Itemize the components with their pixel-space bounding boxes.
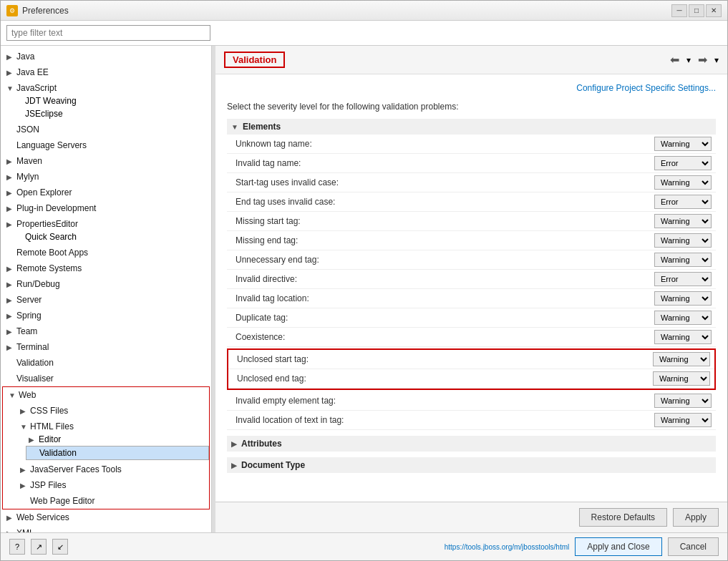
severity-select[interactable]: Ignore Warning Error	[654, 253, 712, 267]
severity-select[interactable]: Ignore Warning Error	[654, 195, 712, 209]
row-label: Invalid directive:	[236, 274, 654, 284]
sidebar-item-jseclipse[interactable]: JSEclipse	[12, 107, 211, 120]
main-content: ▶ Java ▶ Java EE ▼ JavaScript	[1, 21, 727, 532]
minimize-button[interactable]: ─	[671, 4, 687, 17]
validation-row: Invalid location of text in tag: Ignore …	[227, 411, 716, 430]
sidebar-item-xml[interactable]: ▶ XML	[1, 525, 211, 532]
import-button[interactable]: ↙	[52, 539, 68, 555]
severity-select-container: Ignore Warning Error	[654, 330, 712, 344]
severity-select-container: Ignore Warning Error	[654, 394, 712, 408]
attributes-section: ▶ Attributes	[227, 436, 716, 452]
row-label: Missing start tag:	[236, 216, 654, 226]
sidebar-item-javascript[interactable]: ▼ JavaScript JDT Weaving JSEclipse	[1, 80, 211, 122]
sidebar-item-server[interactable]: ▶ Server	[1, 292, 211, 308]
validation-row: Duplicate tag: Ignore Warning Error	[227, 308, 716, 328]
apply-button[interactable]: Apply	[673, 508, 719, 527]
sidebar-item-jdt-weaving[interactable]: JDT Weaving	[12, 94, 211, 107]
sidebar-item-team[interactable]: ▶ Team	[1, 323, 211, 339]
validation-row: Missing start tag: Ignore Warning Error	[227, 212, 716, 231]
sidebar-item-web-page-editor[interactable]: Web Page Editor	[14, 493, 209, 509]
export-button[interactable]: ↗	[31, 539, 47, 555]
severity-select[interactable]: Ignore Warning Error	[654, 413, 712, 427]
sidebar-item-mylyn[interactable]: ▶ Mylyn	[1, 169, 211, 185]
sidebar-item-web[interactable]: ▼ Web	[3, 387, 209, 403]
severity-select-container: Ignore Warning Error	[654, 253, 712, 267]
validation-row: Invalid empty element tag: Ignore Warnin…	[227, 391, 716, 411]
sidebar-item-html-files[interactable]: ▼ HTML Files ▶ Editor Validat	[14, 419, 209, 462]
sidebar-label: Editor	[39, 434, 61, 444]
configure-project-link[interactable]: Configure Project Specific Settings...	[576, 83, 716, 93]
sidebar-item-properties-editor[interactable]: ▶ PropertiesEditor Quick Search	[1, 216, 211, 245]
sidebar-label: CSS Files	[30, 406, 68, 416]
cancel-button[interactable]: Cancel	[668, 537, 719, 556]
sidebar-item-language-servers[interactable]: Language Servers	[1, 137, 211, 153]
row-label: End tag uses invalid case:	[236, 197, 654, 207]
preferences-window: ⚙ Preferences ─ □ ✕ ▶ Java	[0, 0, 728, 561]
sidebar-item-jsf-tools[interactable]: ▶ JavaServer Faces Tools	[14, 462, 209, 477]
sidebar-item-remote-systems[interactable]: ▶ Remote Systems	[1, 260, 211, 276]
sidebar-item-plugin-development[interactable]: ▶ Plug-in Development	[1, 200, 211, 216]
severity-select-container: Ignore Warning Error	[654, 137, 712, 151]
back-button[interactable]: ⬅	[666, 52, 684, 68]
search-input[interactable]	[6, 25, 210, 41]
close-button[interactable]: ✕	[706, 4, 722, 17]
right-panel: Validation ⬅ ▾ ➡ ▾ Configure Project Spe…	[215, 46, 727, 532]
maximize-button[interactable]: □	[689, 4, 704, 17]
sidebar-item-editor[interactable]: ▶ Editor	[26, 433, 209, 446]
sidebar-item-validation-sub[interactable]: Validation	[26, 446, 209, 460]
panel-title: Validation	[224, 52, 285, 68]
severity-select[interactable]: Ignore Warning Error	[654, 311, 712, 325]
apply-and-close-button[interactable]: Apply and Close	[575, 537, 661, 556]
severity-select[interactable]: Ignore Warning Error	[654, 214, 712, 228]
search-bar	[1, 21, 727, 46]
severity-select[interactable]: Ignore Warning Error	[654, 394, 712, 408]
row-label: Unknown tag name:	[236, 139, 654, 149]
sidebar-item-validation[interactable]: Validation	[1, 355, 211, 371]
sidebar-item-visualiser[interactable]: Visualiser	[1, 371, 211, 386]
expand-icon: ▶	[6, 69, 15, 77]
sidebar-item-jsp-files[interactable]: ▶ JSP Files	[14, 477, 209, 493]
restore-defaults-button[interactable]: Restore Defaults	[579, 508, 667, 527]
section-toggle-icon: ▶	[231, 440, 237, 448]
forward-button[interactable]: ➡	[694, 52, 712, 68]
expand-icon: ▶	[6, 53, 15, 61]
sidebar-item-maven[interactable]: ▶ Maven	[1, 153, 211, 169]
spacer-icon	[6, 359, 15, 367]
severity-select[interactable]: Ignore Warning Error	[654, 137, 712, 151]
sidebar-item-web-services[interactable]: ▶ Web Services	[1, 509, 211, 525]
elements-section-header[interactable]: ▼ Elements	[227, 119, 716, 135]
sidebar-label: Validation	[39, 448, 77, 458]
sidebar-label: Java EE	[16, 67, 49, 77]
help-button[interactable]: ?	[9, 539, 25, 555]
sidebar-item-spring[interactable]: ▶ Spring	[1, 308, 211, 323]
sidebar-item-java-ee[interactable]: ▶ Java EE	[1, 64, 211, 80]
sidebar-item-json[interactable]: JSON	[1, 122, 211, 137]
nav-separator: ▾	[686, 55, 691, 65]
severity-select[interactable]: Ignore Warning Error	[654, 175, 712, 190]
document-type-section-header[interactable]: ▶ Document Type	[227, 457, 716, 473]
severity-select[interactable]: Ignore Warning Error	[654, 291, 712, 306]
severity-select[interactable]: Ignore Warning Error	[654, 330, 712, 344]
web-section-box: ▼ Web ▶ CSS Files	[2, 386, 210, 509]
sidebar-item-run-debug[interactable]: ▶ Run/Debug	[1, 276, 211, 292]
severity-select-unclosed-end[interactable]: Ignore Warning Error	[653, 371, 710, 386]
attributes-section-header[interactable]: ▶ Attributes	[227, 436, 716, 452]
sidebar-item-java[interactable]: ▶ Java	[1, 49, 211, 64]
sidebar-item-terminal[interactable]: ▶ Terminal	[1, 339, 211, 355]
severity-select-unclosed-start[interactable]: Ignore Warning Error	[653, 352, 710, 366]
sidebar-item-open-explorer[interactable]: ▶ Open Explorer	[1, 185, 211, 200]
severity-select[interactable]: Ignore Warning Error	[654, 233, 712, 248]
severity-select-container: Ignore Warning Error	[654, 311, 712, 325]
sidebar-label: Remote Boot Apps	[16, 248, 88, 258]
row-label: Missing end tag:	[236, 235, 654, 245]
sidebar-item-css-files[interactable]: ▶ CSS Files	[14, 403, 209, 419]
severity-select[interactable]: Ignore Warning Error	[654, 156, 712, 170]
expand-icon: ▶	[6, 514, 15, 522]
sidebar-item-remote-boot-apps[interactable]: Remote Boot Apps	[1, 245, 211, 260]
spacer-icon	[29, 449, 38, 457]
sidebar-item-quick-search[interactable]: Quick Search	[12, 230, 211, 243]
document-type-section-label: Document Type	[241, 460, 305, 470]
severity-select[interactable]: Ignore Warning Error	[654, 272, 712, 286]
sidebar-label: Spring	[16, 311, 42, 321]
expand-icon: ▼	[6, 84, 15, 92]
